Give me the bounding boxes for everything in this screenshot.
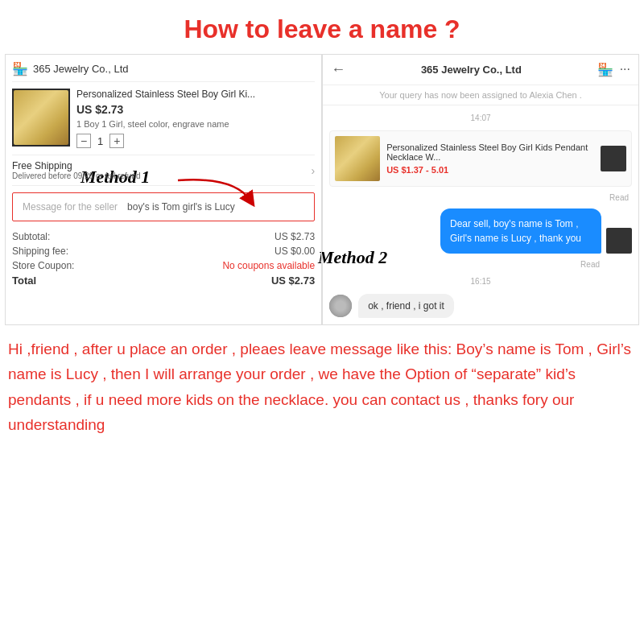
- store-name-left: 365 Jewelry Co., Ltd: [33, 63, 129, 75]
- shipping-fee-value: US $0.00: [275, 246, 315, 257]
- subtotal-row: Subtotal: US $2.73: [12, 229, 315, 244]
- bottom-text: Hi ,friend , after u place an order , pl…: [0, 325, 644, 444]
- right-panel: ← 365 Jewelry Co., Ltd 🏪 ··· Your query …: [322, 54, 639, 325]
- chat-time-1: 14:07: [329, 112, 632, 124]
- red-arrow-svg: [170, 176, 266, 208]
- back-icon[interactable]: ←: [331, 61, 345, 78]
- reply-avatar: [329, 295, 352, 317]
- product-price: US $2.73: [76, 103, 315, 116]
- chat-bubble: Dear sell, boy's name is Tom , Girl's na…: [440, 208, 601, 254]
- shipping-row[interactable]: Free Shipping Delivered before 09/26 or …: [12, 155, 315, 186]
- chat-time-2: 16:15: [329, 275, 632, 287]
- product-name: Personalized Stainless Steel Boy Girl Ki…: [76, 89, 315, 100]
- shipping-sub: Delivered before 09/26 or full refund: [12, 171, 141, 180]
- product-details: Personalized Stainless Steel Boy Girl Ki…: [76, 89, 315, 148]
- read-status-1: Read: [329, 193, 632, 202]
- message-label: Message for the seller: [23, 201, 118, 213]
- total-row: Total US $2.73: [12, 273, 315, 288]
- message-box[interactable]: Message for the seller boy's is Tom girl…: [12, 192, 315, 221]
- chat-product-thumbnail: [335, 136, 380, 181]
- chat-body: 14:07 Personalized Stainless Steel Boy G…: [323, 105, 638, 324]
- store-header: 🏪 365 Jewelry Co., Ltd: [12, 61, 315, 82]
- subtotal-value: US $2.73: [275, 231, 315, 242]
- more-icon[interactable]: ···: [620, 62, 630, 77]
- product-variant: 1 Boy 1 Girl, steel color, engrave name: [76, 119, 315, 129]
- page-title: How to leave a name ?: [0, 0, 644, 54]
- chat-reply-bubble: ok , friend , i got it: [358, 294, 454, 318]
- method2-label: Method 2: [318, 247, 387, 268]
- shipping-fee-label: Shipping fee:: [12, 246, 68, 257]
- chat-store-name: 365 Jewelry Co., Ltd: [345, 64, 597, 76]
- qty-decrease[interactable]: −: [76, 134, 91, 148]
- chat-product-price: US $1.37 - 5.01: [386, 165, 594, 175]
- chat-assigned: Your query has now been assigned to Alex…: [323, 85, 638, 105]
- chat-reply-row: ok , friend , i got it: [329, 294, 632, 318]
- coupon-row: Store Coupon: No coupons available: [12, 258, 315, 273]
- chat-user-avatar: [606, 228, 632, 254]
- chat-icons: 🏪 ···: [597, 62, 630, 77]
- chat-product-name: Personalized Stainless Steel Boy Girl Ki…: [386, 142, 594, 162]
- quantity-row: − 1 +: [76, 134, 315, 148]
- shipping-label: Free Shipping: [12, 160, 141, 171]
- shipping-fee-row: Shipping fee: US $0.00: [12, 244, 315, 258]
- shop-icon[interactable]: 🏪: [597, 62, 613, 77]
- coupon-label: Store Coupon:: [12, 260, 74, 271]
- chevron-right-icon: ›: [311, 164, 315, 177]
- product-image: [12, 89, 70, 147]
- left-panel: 🏪 365 Jewelry Co., Ltd Personalized Stai…: [5, 54, 322, 325]
- subtotal-label: Subtotal:: [12, 231, 50, 242]
- total-value: US $2.73: [271, 275, 315, 287]
- coupon-value[interactable]: No coupons available: [222, 260, 315, 271]
- chat-header: ← 365 Jewelry Co., Ltd 🏪 ···: [323, 55, 638, 85]
- qty-value: 1: [97, 135, 103, 147]
- product-row: Personalized Stainless Steel Boy Girl Ki…: [12, 89, 315, 148]
- totals: Subtotal: US $2.73 Shipping fee: US $0.0…: [12, 229, 315, 288]
- qty-increase[interactable]: +: [109, 134, 124, 148]
- store-icon: 🏪: [12, 61, 28, 76]
- total-label: Total: [12, 275, 36, 287]
- chat-product-card: Personalized Stainless Steel Boy Girl Ki…: [329, 130, 632, 187]
- chat-product-avatar: [601, 146, 626, 171]
- chat-product-info: Personalized Stainless Steel Boy Girl Ki…: [386, 142, 594, 175]
